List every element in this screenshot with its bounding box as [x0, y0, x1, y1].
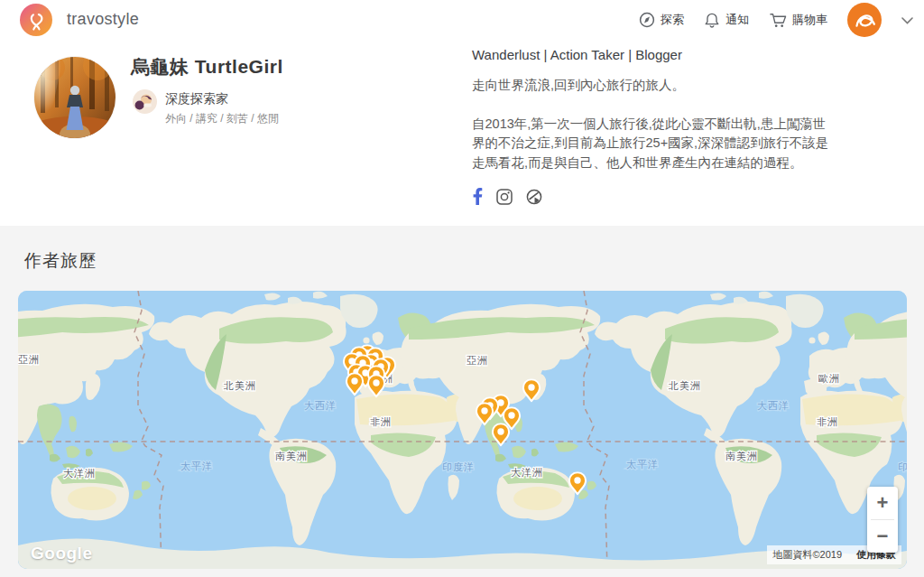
nav-notifications[interactable]: 通知 — [704, 12, 749, 28]
map-label: 南美洲 — [275, 451, 308, 461]
map-data-copyright: 地圖資料©2019 — [772, 548, 842, 562]
travostyle-logo-icon[interactable] — [20, 4, 52, 36]
bio-intro: 走向世界流浪,回到內心旅行的旅人。 — [472, 76, 835, 96]
badge-avatar-icon — [133, 89, 157, 126]
map-label: 北美洲 — [668, 380, 701, 391]
map-label: 亞洲 — [18, 354, 40, 365]
brand-name[interactable]: travostyle — [67, 10, 139, 29]
profile-photo — [34, 57, 116, 138]
instagram-icon[interactable] — [496, 189, 513, 205]
nav-cart[interactable]: 購物車 — [769, 12, 827, 28]
social-links — [472, 188, 835, 205]
map-label: 大洋洲 — [63, 468, 96, 479]
zoom-out-button[interactable]: − — [867, 520, 898, 553]
profile-bio-column: Wanderlust | Action Taker | Blogger 走向世界… — [472, 47, 835, 205]
zoom-in-button[interactable]: + — [867, 487, 898, 519]
user-avatar[interactable] — [847, 3, 882, 37]
map-label: 歐洲 — [818, 373, 840, 384]
bell-icon — [704, 12, 720, 28]
map-zoom-control: + − — [867, 487, 898, 553]
badge-traits: 外向 / 講究 / 刻苦 / 悠閒 — [165, 111, 279, 126]
top-header: travostyle 探索 通知 購物車 — [0, 0, 924, 40]
google-logo[interactable]: Google — [31, 544, 92, 563]
nav-explore-label: 探索 — [661, 12, 684, 28]
ribbon-icon — [25, 9, 47, 31]
map-label: 亞洲 — [467, 355, 488, 366]
section-title: 作者旅歷 — [24, 249, 97, 273]
header-nav: 探索 通知 購物車 — [639, 0, 913, 40]
map-label: 太平洋 — [180, 461, 213, 471]
badge-row: 深度探索家 外向 / 講究 / 刻苦 / 悠閒 — [133, 89, 279, 126]
travel-history-section: 作者旅歷 — [0, 226, 924, 577]
chevron-down-icon[interactable] — [901, 12, 913, 28]
map-label: 印度洋 — [442, 461, 475, 472]
map-label: 印度洋 — [898, 461, 907, 472]
facebook-icon[interactable] — [472, 188, 483, 205]
cart-icon — [769, 12, 787, 28]
map-label: 南美洲 — [725, 451, 758, 461]
map-label: 太平洋 — [626, 459, 659, 470]
profile-tagline: Wanderlust | Action Taker | Blogger — [472, 47, 835, 62]
world-map[interactable]: 亞洲北美洲大西洋南美洲太平洋大洋洲歐洲非洲亞洲印度洋大洋洲太平洋北美洲大西洋南美… — [18, 291, 907, 569]
nav-cart-label: 購物車 — [792, 12, 827, 28]
map-label: 大西洋 — [757, 400, 790, 411]
map-label: 大洋洲 — [511, 467, 543, 478]
avatar-swirl-icon — [849, 5, 880, 35]
website-icon[interactable] — [526, 189, 542, 205]
map-label: 非洲 — [817, 416, 838, 427]
badge-title: 深度探索家 — [165, 89, 279, 107]
profile-name: 烏龜妹 TurtleGirl — [131, 54, 283, 79]
nav-explore[interactable]: 探索 — [639, 12, 684, 28]
nav-notifications-label: 通知 — [725, 12, 749, 28]
map-label: 北美洲 — [223, 380, 256, 391]
map-label: 非洲 — [370, 416, 392, 427]
bio-body: 自2013年,第一次一個人旅行後,從此心靈不斷出軌,患上闖蕩世界的不治之症,到目… — [472, 115, 835, 173]
compass-icon — [639, 12, 655, 28]
map-label: 大西洋 — [304, 400, 337, 411]
